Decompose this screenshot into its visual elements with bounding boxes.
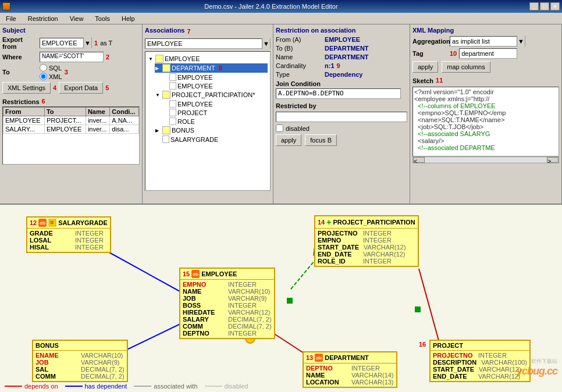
- minimize-button[interactable]: _: [529, 2, 539, 10]
- scroll-right[interactable]: >: [547, 157, 559, 163]
- table-salarygrade[interactable]: 12 db ≡ SALARYGRADE GRADE INTEGER LOSAL …: [26, 216, 111, 253]
- disabled-label: disabled: [286, 125, 310, 132]
- field-type: VARCHAR(12): [363, 251, 406, 258]
- expand-icon[interactable]: ▼: [155, 92, 161, 98]
- field-end-date: END_DATE VARCHAR(12): [433, 373, 527, 380]
- field-type: INTEGER: [75, 237, 104, 244]
- from-label: From (A): [276, 36, 322, 43]
- tree-node-emp2[interactable]: EMPLOYEE: [162, 81, 268, 90]
- associations-tree[interactable]: ▼ EMPLOYEE ▶ DEPARTMENT 8 EMPLOYEE: [145, 51, 271, 191]
- menu-tools[interactable]: Tools: [91, 14, 113, 23]
- field-comm: COMM DECIMAL(7, 2): [35, 373, 125, 380]
- table-bonus[interactable]: BONUS ENAME VARCHAR(10) JOB VARCHAR(9) S…: [32, 340, 128, 382]
- field-name: GRADE: [30, 230, 70, 237]
- name-value: DEPARTMENT: [325, 54, 369, 60]
- radio-sql[interactable]: [40, 64, 47, 72]
- menu-view[interactable]: View: [66, 14, 87, 23]
- tag-input[interactable]: [459, 48, 517, 59]
- table-employee[interactable]: 15 db EMPLOYEE EMPNO INTEGER NAME VARCHA…: [179, 268, 275, 339]
- field-name: ROLE_ID: [318, 258, 358, 265]
- radio-xml[interactable]: [40, 73, 47, 80]
- cell-cond-2: disa...: [110, 125, 139, 134]
- table-body-department: DEPTNO INTEGER NAME VARCHAR(14) LOCATION…: [304, 364, 396, 387]
- restricted-by-label: Restricted by: [276, 102, 407, 109]
- scroll-left[interactable]: <: [413, 157, 425, 163]
- where-input[interactable]: NAME='SCOTT': [40, 52, 104, 62]
- field-name: EMPNO: [318, 237, 358, 244]
- aggregation-arrow[interactable]: ▼: [517, 36, 525, 47]
- aggregation-combo[interactable]: as implicit list ▼: [450, 36, 525, 47]
- menu-file[interactable]: File: [2, 14, 20, 23]
- xml-apply-button[interactable]: apply: [412, 61, 438, 73]
- table-name-bonus: BONUS: [35, 342, 59, 349]
- table-department[interactable]: 13 db DEPARTMENT DEPTNO INTEGER NAME VAR…: [303, 351, 397, 388]
- field-name: COMM: [183, 323, 223, 330]
- badge-16: 16: [419, 341, 426, 348]
- assoc-dropdown-arrow[interactable]: ▼: [262, 38, 270, 49]
- name-row: Name DEPARTMENT: [276, 54, 407, 60]
- tree-node-pp[interactable]: ▼ PROJECT_PARTICIPATION*: [155, 90, 268, 99]
- tag-row: Tag 10: [412, 48, 559, 59]
- tree-node-bonus[interactable]: ▶ BONUS: [155, 126, 268, 135]
- expand-icon[interactable]: ▶: [155, 66, 161, 71]
- as-t-label: as T: [100, 40, 112, 47]
- to-row: To SQL XML 3: [2, 64, 140, 80]
- badge-14: 14: [318, 219, 325, 226]
- tree-node-department[interactable]: ▶ DEPARTMENT 8: [155, 63, 268, 73]
- plus-icon: +: [326, 218, 331, 227]
- sketch-scrollbar[interactable]: < >: [412, 156, 559, 163]
- badge-7: 7: [187, 28, 190, 35]
- maximize-button[interactable]: □: [540, 2, 549, 10]
- tree-node-project[interactable]: PROJECT: [162, 108, 268, 117]
- focus-b-button[interactable]: focus B: [305, 134, 337, 146]
- type-row: Type Dependency: [276, 71, 407, 78]
- assoc-dropdown[interactable]: EMPLOYEE ▼: [145, 38, 271, 49]
- restriction-row[interactable]: EMPLOYEE PROJECT... inver... A.NA...: [3, 116, 139, 125]
- legend-has-label: has dependent: [85, 383, 127, 390]
- xml-settings-button[interactable]: XML Settings: [2, 82, 51, 94]
- tree-node-salarygrade[interactable]: SALARYGRADE: [155, 135, 268, 144]
- close-button[interactable]: ×: [550, 2, 560, 10]
- tree-label: SALARYGRADE: [170, 136, 218, 143]
- restriction-row[interactable]: SALARY... EMPLOYEE inver... disa...: [3, 125, 139, 134]
- field-start-date: START_DATE VARCHAR(12): [318, 244, 415, 251]
- tree-node-emp1[interactable]: EMPLOYEE: [162, 73, 268, 81]
- field-type: INTEGER: [478, 352, 507, 359]
- menu-help[interactable]: Help: [118, 14, 138, 23]
- join-condition-value[interactable]: A.DEPTNO=B.DEPTNO: [276, 88, 401, 99]
- apply-button[interactable]: apply: [276, 134, 301, 146]
- map-columns-button[interactable]: map columns: [442, 61, 490, 73]
- tree-node-emp3[interactable]: EMPLOYEE: [162, 99, 268, 108]
- table-name-project: PROJECT: [433, 342, 463, 349]
- field-type: VARCHAR(13): [351, 379, 394, 386]
- export-from-row: Export from EMPLOYEE ▼ 1 as T: [2, 36, 140, 50]
- tree-label: BONUS: [172, 127, 194, 134]
- table-project[interactable]: 16 PROJECT PROJECTNO INTEGER DESCRIPTION…: [429, 340, 531, 382]
- field-empno: EMPNO INTEGER: [318, 237, 415, 244]
- tree-node-employee-root[interactable]: ▼ EMPLOYEE: [148, 54, 268, 63]
- cell-name-2: inver...: [86, 125, 109, 134]
- cardinality-row: Cardinality n:1 9: [276, 62, 407, 69]
- menu-bar: File Restriction View Tools Help: [0, 13, 562, 24]
- field-type: VARCHAR(12): [478, 373, 521, 380]
- table-name-department: DEPARTMENT: [325, 354, 369, 361]
- cell-name-1: inver...: [86, 116, 109, 125]
- field-name: NAME VARCHAR(14): [306, 372, 394, 379]
- expand-icon[interactable]: ▶: [155, 128, 161, 133]
- restrictions-table: From To Name Condi... EMPLOYEE PROJECT..…: [3, 107, 139, 134]
- field-name: HISAL: [30, 244, 70, 251]
- export-from-arrow[interactable]: ▼: [83, 38, 91, 48]
- cell-from-2: SALARY...: [3, 125, 45, 134]
- export-from-combo[interactable]: EMPLOYEE ▼: [40, 38, 92, 48]
- legend-assoc-label: associated with: [154, 383, 197, 390]
- disabled-checkbox[interactable]: [276, 124, 283, 132]
- expand-icon[interactable]: ▼: [148, 56, 154, 62]
- badge-11: 11: [436, 77, 443, 84]
- restricted-by-input[interactable]: [276, 112, 407, 122]
- field-name: ENAME: [35, 352, 76, 359]
- tree-node-role[interactable]: ROLE: [162, 117, 268, 126]
- table-project-participation[interactable]: 14 + PROJECT_PARTICIPATION PROJECTNO INT…: [314, 215, 419, 267]
- export-data-button[interactable]: Export Data: [59, 82, 103, 94]
- menu-restriction[interactable]: Restriction: [24, 14, 62, 23]
- field-type: VARCHAR(12): [228, 309, 271, 316]
